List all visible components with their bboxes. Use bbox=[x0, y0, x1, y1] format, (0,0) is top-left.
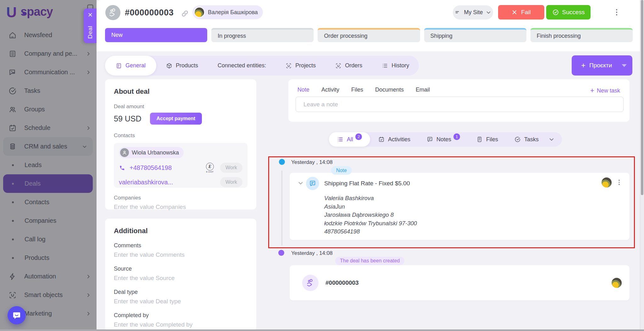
list-icon bbox=[382, 63, 388, 69]
deal-type-placeholder[interactable]: Enter the value Deal type bbox=[114, 298, 247, 305]
success-button[interactable]: Success bbox=[546, 5, 591, 20]
composer-tab-email[interactable]: Email bbox=[416, 87, 430, 93]
tab-label: Products bbox=[176, 62, 198, 69]
my-site-dropdown[interactable]: My Site bbox=[453, 5, 493, 20]
count-badge: 2 bbox=[355, 133, 362, 140]
composer-tabs: Note Activity Files Documents Email bbox=[297, 87, 430, 93]
copy-link-icon[interactable] bbox=[181, 9, 189, 18]
contacts-label: Contacts bbox=[114, 132, 247, 139]
comments-placeholder[interactable]: Enter the value Comments bbox=[114, 251, 247, 258]
accept-payment-button[interactable]: Accept payment bbox=[150, 113, 202, 125]
collapse-chevron-icon[interactable] bbox=[298, 180, 303, 186]
note-body-line: 48780564198 bbox=[324, 227, 417, 236]
fail-button[interactable]: Fail bbox=[498, 5, 544, 20]
plus-icon: + bbox=[590, 87, 594, 95]
vertical-scrollbar[interactable] bbox=[640, 0, 644, 331]
email-type-badge: Work bbox=[220, 177, 242, 187]
filter-files[interactable]: Files bbox=[468, 132, 506, 147]
deal-created-chip: The deal has been created bbox=[335, 257, 404, 265]
source-label: Source bbox=[114, 266, 247, 272]
filter-label: Tasks bbox=[524, 136, 539, 143]
support-chat-button[interactable] bbox=[8, 306, 26, 324]
horizontal-scrollbar[interactable] bbox=[0, 329, 644, 331]
contact-email-row: valeriabashkirova... Work bbox=[119, 177, 242, 187]
about-deal-card: About deal Deal amount 59 USD Accept pay… bbox=[105, 79, 256, 210]
filter-lines-icon bbox=[455, 9, 461, 16]
filter-label: Notes bbox=[436, 136, 451, 143]
tab-label: General bbox=[125, 62, 146, 69]
filter-activities[interactable]: Activities bbox=[370, 132, 419, 147]
success-label: Success bbox=[562, 9, 585, 16]
stage-finish-processing[interactable]: Finish processing bbox=[530, 28, 633, 42]
comments-label: Comments bbox=[114, 242, 247, 249]
completed-by-placeholder[interactable]: Enter the value Completed by bbox=[114, 321, 247, 328]
chevron-down-icon[interactable] bbox=[547, 137, 562, 142]
tab-label: Connected entities: bbox=[218, 62, 266, 69]
filter-tasks[interactable]: Tasks bbox=[506, 132, 547, 147]
source-placeholder[interactable]: Enter the value Source bbox=[114, 275, 247, 282]
contact-card: Wiola Urbanowska +48780564198 E E-CHAT W… bbox=[114, 143, 247, 188]
composer-tab-activity[interactable]: Activity bbox=[321, 87, 339, 93]
deal-created-card: #000000003 bbox=[290, 265, 630, 300]
file-icon bbox=[476, 136, 483, 143]
stage-in-progress[interactable]: In progress bbox=[211, 28, 314, 42]
chat-bubble-icon bbox=[12, 311, 21, 320]
note-input[interactable] bbox=[296, 97, 624, 112]
composer-tab-documents[interactable]: Documents bbox=[375, 87, 404, 93]
e-dialer-icon[interactable]: E E-CHAT bbox=[206, 163, 214, 173]
composer-tab-note[interactable]: Note bbox=[297, 87, 309, 93]
deal-amount-value: 59 USD bbox=[114, 114, 142, 123]
tab-general[interactable]: General bbox=[105, 56, 156, 76]
note-type-chip: Note bbox=[331, 166, 352, 175]
chevron-down-icon bbox=[486, 10, 491, 15]
additional-title: Additional bbox=[114, 227, 247, 235]
filter-notes[interactable]: Notes 1 bbox=[419, 132, 468, 147]
contact-phone-link[interactable]: +48780564198 bbox=[130, 164, 172, 171]
modal-dim-overlay[interactable] bbox=[0, 0, 97, 331]
count-badge: 1 bbox=[453, 133, 460, 140]
tab-connected-entities[interactable]: Connected entities: bbox=[208, 56, 276, 76]
contact-phone-row: +48780564198 E E-CHAT Work bbox=[119, 163, 242, 173]
check-circle-icon bbox=[552, 9, 559, 16]
note-timeline-card: Note Shipping Flat Rate - Fixed $5.00 Va… bbox=[290, 173, 630, 240]
close-icon[interactable] bbox=[88, 12, 93, 17]
calendar-check-icon bbox=[378, 136, 385, 143]
filter-all[interactable]: All 2 bbox=[329, 132, 370, 147]
e-dialer-caption: E-CHAT bbox=[206, 171, 214, 173]
tab-products[interactable]: Products bbox=[156, 56, 208, 76]
person-icon bbox=[120, 148, 129, 157]
projects-button-label: Проєкти bbox=[589, 62, 612, 69]
phone-type-badge: Work bbox=[220, 163, 242, 173]
dropdown-caret-icon[interactable] bbox=[622, 64, 627, 67]
filter-label: All bbox=[347, 136, 353, 143]
contact-email-link[interactable]: valeriabashkirova... bbox=[119, 179, 173, 186]
stage-order-processing[interactable]: Order processing bbox=[318, 28, 420, 42]
about-deal-title: About deal bbox=[114, 87, 247, 96]
contact-name: Wiola Urbanowska bbox=[132, 149, 179, 156]
scrollbar-thumb[interactable] bbox=[641, 0, 643, 195]
list-icon bbox=[337, 136, 343, 143]
deal-header: #000000003 Валерія Башкірова My Site Fai… bbox=[97, 0, 644, 51]
stage-shipping[interactable]: Shipping bbox=[424, 28, 526, 42]
note-body-line: Jarosława Dąbrowskiego 8 bbox=[324, 211, 417, 219]
note-body: Valeriia Bashkirova AsiaJun Jarosława Dą… bbox=[324, 194, 417, 236]
assignee-chip[interactable]: Валерія Башкірова bbox=[192, 5, 263, 19]
deal-panel-tab[interactable]: Deal bbox=[84, 8, 97, 43]
tab-projects[interactable]: Projects bbox=[276, 56, 325, 76]
more-actions-button[interactable] bbox=[613, 6, 620, 19]
companies-placeholder[interactable]: Enter the value Companies bbox=[114, 204, 247, 210]
add-projects-button[interactable]: + Проєкти bbox=[572, 55, 632, 76]
new-task-button[interactable]: + New task bbox=[590, 87, 620, 95]
note-more-button[interactable] bbox=[619, 180, 620, 185]
composer-tab-files[interactable]: Files bbox=[351, 87, 363, 93]
fail-label: Fail bbox=[521, 9, 531, 16]
tab-orders[interactable]: Orders bbox=[325, 56, 372, 76]
x-icon bbox=[512, 9, 517, 15]
contact-chip[interactable]: Wiola Urbanowska bbox=[119, 147, 184, 158]
stage-new[interactable]: New bbox=[105, 28, 207, 42]
deal-amount-label: Deal amount bbox=[114, 104, 247, 110]
timeline-timestamp: Yesterday , 14:08 bbox=[291, 250, 333, 256]
created-author-avatar bbox=[611, 277, 622, 289]
tab-history[interactable]: History bbox=[372, 56, 419, 76]
note-message-icon bbox=[306, 177, 319, 190]
